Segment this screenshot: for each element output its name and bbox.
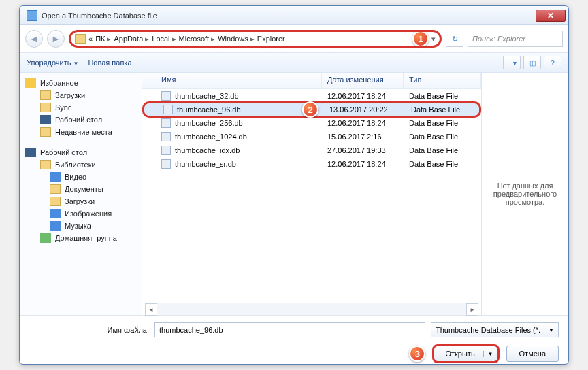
preview-text: Нет данных для предварительного просмотр… xyxy=(489,182,561,206)
titlebar[interactable]: Open a Thumbcache Database file ✕ xyxy=(20,6,568,25)
window-title: Open a Thumbcache Database file xyxy=(42,12,536,20)
file-row[interactable]: thumbcache_sr.db12.06.2017 18:24Data Bas… xyxy=(142,157,481,171)
forward-button[interactable]: ► xyxy=(47,30,65,48)
file-icon xyxy=(161,132,171,141)
documents-icon xyxy=(50,184,61,194)
file-date: 27.06.2017 19:33 xyxy=(322,146,404,154)
nav-desktop-root[interactable]: Рабочий стол xyxy=(20,146,142,158)
callout-1: 1 xyxy=(412,31,429,47)
file-icon xyxy=(161,118,171,128)
file-type: Data Base File xyxy=(404,133,481,141)
file-name: thumbcache_sr.db xyxy=(175,160,236,168)
callout-3: 3 xyxy=(409,346,425,362)
file-date: 12.06.2017 18:24 xyxy=(322,160,404,168)
breadcrumb: Local▸ xyxy=(152,35,176,44)
app-icon xyxy=(27,10,37,21)
file-row[interactable]: thumbcache_256.db12.06.2017 18:24Data Ba… xyxy=(142,116,481,130)
breadcrumb: Microsoft▸ xyxy=(179,35,216,44)
breadcrumb-prefix: « xyxy=(88,35,93,43)
file-type: Data Base File xyxy=(406,105,479,114)
file-name: thumbcache_96.db xyxy=(177,105,241,114)
file-icon xyxy=(161,159,171,169)
preview-pane: Нет данных для предварительного просмотр… xyxy=(481,73,568,315)
file-icon xyxy=(161,91,171,101)
file-name: thumbcache_1024.db xyxy=(175,133,247,141)
nav-favorites[interactable]: Избранное xyxy=(20,77,142,89)
nav-documents[interactable]: Документы xyxy=(20,183,142,195)
organize-menu[interactable]: Упорядочить▼ xyxy=(27,58,78,67)
nav-recent[interactable]: Недавние места xyxy=(20,126,142,138)
video-icon xyxy=(50,172,61,182)
file-icon xyxy=(161,146,171,155)
callout-2: 2 xyxy=(302,101,318,118)
nav-downloads2[interactable]: Загрузки xyxy=(20,195,142,207)
horizontal-scrollbar[interactable] xyxy=(145,303,478,315)
desktop-icon xyxy=(25,148,36,157)
folder-icon xyxy=(50,197,61,206)
file-name: thumbcache_idx.db xyxy=(175,146,240,154)
file-row[interactable]: thumbcache_idx.db27.06.2017 19:33Data Ba… xyxy=(142,144,481,157)
col-date[interactable]: Дата изменения xyxy=(322,73,404,88)
recent-icon xyxy=(40,127,51,137)
nav-homegroup[interactable]: Домашняя группа xyxy=(20,232,142,244)
nav-music[interactable]: Музыка xyxy=(20,220,142,232)
toolbar: Упорядочить▼ Новая папка ☷▾ ◫ ? xyxy=(20,52,568,73)
nav-row: ◄ ► « ПК▸ AppData▸ Local▸ Microsoft▸ Win… xyxy=(20,25,568,52)
nav-desktop[interactable]: Рабочий стол xyxy=(20,114,142,126)
nav-pictures[interactable]: Изображения xyxy=(20,207,142,220)
help-button[interactable]: ? xyxy=(544,56,561,69)
back-button[interactable]: ◄ xyxy=(25,30,43,48)
file-name: thumbcache_256.db xyxy=(175,119,243,127)
folder-icon xyxy=(40,103,51,112)
open-file-dialog: Open a Thumbcache Database file ✕ ◄ ► « … xyxy=(19,5,569,365)
breadcrumb: AppData▸ xyxy=(114,35,149,44)
pictures-icon xyxy=(50,209,61,218)
nav-video[interactable]: Видео xyxy=(20,171,142,183)
col-name[interactable]: Имя xyxy=(142,73,322,88)
address-bar[interactable]: « ПК▸ AppData▸ Local▸ Microsoft▸ Windows… xyxy=(69,30,442,48)
close-button[interactable]: ✕ xyxy=(536,10,566,22)
file-list: Имя Дата изменения Тип thumbcache_32.db1… xyxy=(142,73,481,315)
new-folder-button[interactable]: Новая папка xyxy=(88,58,131,67)
file-type: Data Base File xyxy=(404,119,481,127)
preview-toggle-button[interactable]: ◫ xyxy=(523,56,541,69)
file-row[interactable]: thumbcache_1024.db15.06.2017 2:16Data Ba… xyxy=(142,130,481,144)
cancel-button[interactable]: Отмена xyxy=(506,346,559,362)
filename-input[interactable] xyxy=(154,322,425,337)
breadcrumb: Explorer xyxy=(257,35,285,43)
nav-sync[interactable]: Sync xyxy=(20,101,142,114)
file-date: 12.06.2017 18:24 xyxy=(322,119,404,127)
file-row[interactable]: thumbcache_96.db213.06.2017 20:22Data Ba… xyxy=(142,101,481,118)
file-date: 15.06.2017 2:16 xyxy=(322,133,404,141)
desktop-icon xyxy=(40,115,51,124)
breadcrumb: Windows▸ xyxy=(218,35,255,44)
list-header[interactable]: Имя Дата изменения Тип xyxy=(142,73,481,89)
file-name: thumbcache_32.db xyxy=(175,92,239,100)
star-icon xyxy=(25,78,36,88)
file-icon xyxy=(163,105,173,114)
music-icon xyxy=(50,221,61,231)
open-button[interactable]: Открыть▼ xyxy=(432,344,499,363)
search-input[interactable]: Поиск: Explorer xyxy=(468,31,563,47)
file-type: Data Base File xyxy=(404,146,481,154)
view-mode-button[interactable]: ☷▾ xyxy=(503,56,521,69)
chevron-down-icon[interactable]: ▾ xyxy=(431,35,436,44)
breadcrumb: ПК▸ xyxy=(95,35,111,44)
folder-icon xyxy=(40,90,51,100)
col-type[interactable]: Тип xyxy=(404,73,481,88)
nav-downloads[interactable]: Загрузки xyxy=(20,89,142,101)
file-date: 13.06.2017 20:22 xyxy=(324,105,406,114)
folder-icon xyxy=(75,34,86,44)
file-type-filter[interactable]: Thumbcache Database Files (*.▼ xyxy=(431,322,559,337)
footer: Имя файла: Thumbcache Database Files (*.… xyxy=(20,315,568,365)
filename-label: Имя файла: xyxy=(29,326,149,334)
homegroup-icon xyxy=(40,233,51,243)
nav-libraries[interactable]: Библиотеки xyxy=(20,158,142,171)
refresh-button[interactable]: ↻ xyxy=(446,31,463,47)
libraries-icon xyxy=(40,160,51,169)
nav-tree[interactable]: Избранное Загрузки Sync Рабочий стол Нед… xyxy=(20,73,142,315)
file-row[interactable]: thumbcache_32.db12.06.2017 18:24Data Bas… xyxy=(142,89,481,103)
file-type: Data Base File xyxy=(404,92,481,100)
file-date: 12.06.2017 18:24 xyxy=(322,92,404,100)
file-type: Data Base File xyxy=(404,160,481,168)
